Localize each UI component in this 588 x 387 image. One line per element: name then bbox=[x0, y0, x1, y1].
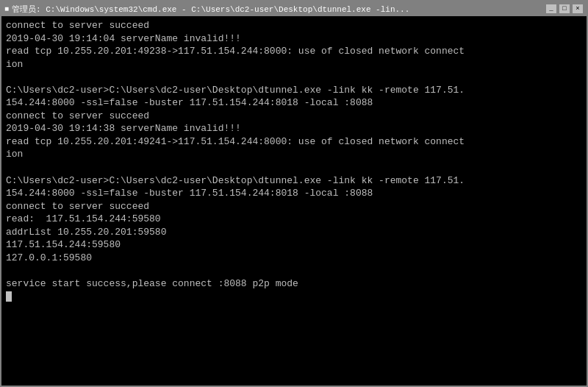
console-output: connect to server succeed 2019-04-30 19:… bbox=[1, 16, 587, 386]
cmd-window: ■ 管理员: C:\Windows\system32\cmd.exe - C:\… bbox=[0, 0, 588, 387]
maximize-button[interactable]: □ bbox=[559, 4, 570, 14]
title-bar-left: ■ 管理员: C:\Windows\system32\cmd.exe - C:\… bbox=[4, 4, 409, 15]
title-bar: ■ 管理员: C:\Windows\system32\cmd.exe - C:\… bbox=[1, 1, 587, 16]
window-controls: _ □ × bbox=[545, 4, 584, 14]
window-title: 管理员: C:\Windows\system32\cmd.exe - C:\Us… bbox=[12, 4, 409, 15]
close-button[interactable]: × bbox=[572, 4, 584, 14]
cmd-icon: ■ bbox=[4, 5, 9, 13]
minimize-button[interactable]: _ bbox=[545, 4, 557, 14]
cursor bbox=[6, 291, 12, 302]
